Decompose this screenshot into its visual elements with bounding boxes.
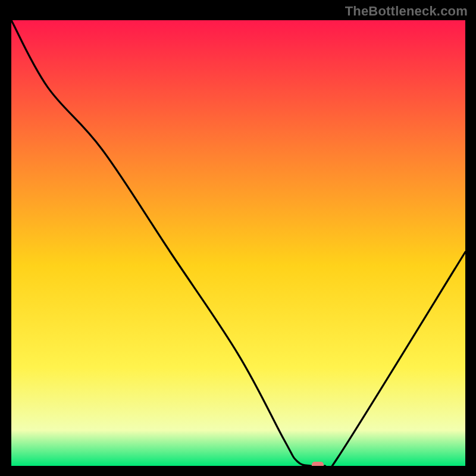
chart-svg bbox=[11, 20, 465, 466]
gradient-background bbox=[11, 20, 465, 466]
plot-area bbox=[11, 20, 465, 466]
watermark-text: TheBottleneck.com bbox=[345, 4, 468, 19]
chart-frame: TheBottleneck.com bbox=[0, 0, 476, 476]
optimal-marker bbox=[312, 462, 324, 466]
